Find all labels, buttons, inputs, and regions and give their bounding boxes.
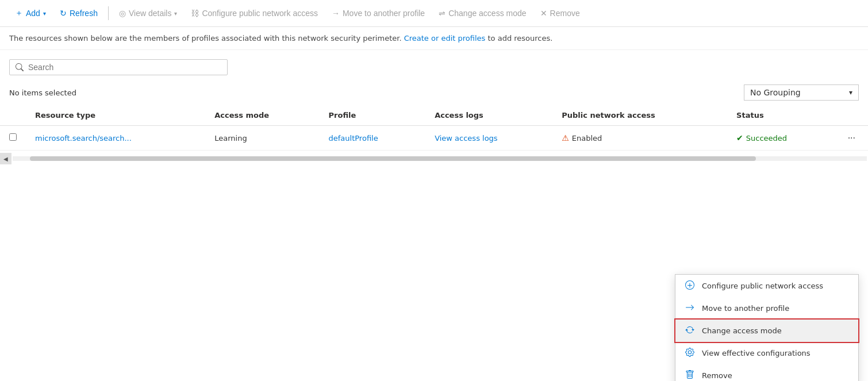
resources-table: Resource type Access mode Profile Access…	[0, 105, 868, 151]
no-items-text: No items selected	[9, 88, 76, 97]
table-container: Resource type Access mode Profile Access…	[0, 105, 868, 167]
row-profile: defaultProfile	[320, 126, 426, 151]
col-header-access-mode: Access mode	[205, 105, 319, 126]
remove-label: Remove	[550, 9, 580, 18]
configure-network-label: Configure public network access	[702, 282, 823, 290]
grouping-label: No Grouping	[750, 88, 801, 97]
search-section	[0, 50, 868, 80]
success-icon: ✔	[736, 133, 743, 143]
change-mode-label: Change access mode	[448, 9, 526, 18]
row-checkbox[interactable]	[9, 133, 17, 141]
col-header-access-logs: Access logs	[425, 105, 552, 126]
add-button[interactable]: ＋ Add ▾	[9, 5, 52, 22]
context-menu-item-configure[interactable]: Configure public network access	[675, 275, 858, 297]
change-mode-icon: ⇌	[439, 9, 445, 18]
move-label: Move to another profile	[343, 9, 425, 18]
info-text: The resources shown below are the member…	[9, 34, 402, 43]
col-header-profile: Profile	[320, 105, 426, 126]
add-label: Add	[26, 9, 40, 18]
scroll-track[interactable]	[13, 156, 867, 161]
context-menu-item-move[interactable]: Move to another profile	[675, 297, 858, 320]
refresh-label: Refresh	[70, 9, 98, 18]
row-checkbox-cell[interactable]	[0, 126, 26, 151]
context-menu: Configure public network access Move to …	[675, 274, 859, 381]
col-header-public-network-access: Public network access	[552, 105, 727, 126]
table-header-row: Resource type Access mode Profile Access…	[0, 105, 868, 126]
toolbar-divider-1	[108, 6, 109, 20]
configure-icon: ⛓	[191, 9, 199, 18]
change-access-label: Change access mode	[702, 326, 782, 335]
change-access-icon	[685, 325, 695, 336]
add-icon: ＋	[15, 8, 23, 18]
row-resource-type: microsoft.search/search...	[26, 126, 205, 151]
scroll-left-button[interactable]: ◀	[0, 153, 11, 164]
succeeded-text: Succeeded	[746, 134, 787, 143]
view-details-label: View details	[129, 9, 171, 18]
trash-icon	[685, 370, 695, 381]
info-text-after: to add resources.	[488, 34, 553, 43]
more-actions-button[interactable]: ···	[844, 132, 859, 144]
view-details-icon: ◎	[119, 9, 126, 18]
remove-icon: ✕	[540, 9, 547, 18]
search-input[interactable]	[28, 63, 221, 72]
row-more-cell: ···	[835, 126, 868, 151]
search-icon	[16, 63, 24, 71]
refresh-icon: ↻	[60, 9, 67, 18]
main-content: No items selected No Grouping ▾ Resource…	[0, 50, 868, 167]
view-effective-icon	[685, 348, 695, 359]
table-row: microsoft.search/search... Learning defa…	[0, 126, 868, 151]
configure-network-icon	[685, 280, 695, 291]
create-edit-profiles-link[interactable]: Create or edit profiles	[404, 34, 486, 43]
row-access-mode: Learning	[205, 126, 319, 151]
col-header-resource-type: Resource type	[26, 105, 205, 126]
warning-icon: ⚠	[562, 133, 569, 143]
col-header-actions	[835, 105, 868, 126]
add-chevron-icon: ▾	[43, 10, 46, 17]
col-header-status: Status	[727, 105, 835, 126]
profile-link[interactable]: defaultProfile	[329, 134, 378, 143]
configure-button[interactable]: ⛓ Configure public network access	[185, 5, 324, 21]
remove-button[interactable]: ✕ Remove	[535, 5, 586, 21]
resource-type-link[interactable]: microsoft.search/search...	[35, 134, 132, 143]
row-public-network-access: ⚠ Enabled	[552, 126, 727, 151]
context-menu-item-remove[interactable]: Remove	[675, 364, 858, 381]
row-status: ✔ Succeeded	[727, 126, 835, 151]
move-button[interactable]: → Move to another profile	[326, 5, 431, 21]
status-value: ✔ Succeeded	[736, 133, 826, 143]
status-bar: No items selected No Grouping ▾	[0, 80, 868, 105]
view-details-button[interactable]: ◎ View details ▾	[113, 5, 183, 21]
grouping-chevron-icon: ▾	[849, 88, 852, 97]
view-effective-label: View effective configurations	[702, 349, 811, 357]
public-network-access-value: ⚠ Enabled	[562, 133, 718, 143]
view-details-chevron-icon: ▾	[174, 10, 177, 17]
configure-label: Configure public network access	[202, 9, 318, 18]
scroll-thumb[interactable]	[30, 156, 756, 161]
context-menu-item-change-access[interactable]: Change access mode	[674, 318, 859, 343]
move-icon: →	[332, 9, 340, 18]
toolbar: ＋ Add ▾ ↻ Refresh ◎ View details ▾ ⛓ Con…	[0, 0, 868, 27]
move-profile-icon	[685, 303, 695, 314]
col-header-checkbox	[0, 105, 26, 126]
horizontal-scrollbar[interactable]: ◀	[0, 151, 868, 167]
info-bar: The resources shown below are the member…	[0, 27, 868, 50]
remove-label: Remove	[702, 371, 732, 380]
grouping-dropdown[interactable]: No Grouping ▾	[744, 84, 859, 101]
enabled-text: Enabled	[572, 134, 602, 143]
search-box[interactable]	[9, 59, 228, 75]
refresh-button[interactable]: ↻ Refresh	[54, 5, 103, 21]
move-profile-label: Move to another profile	[702, 304, 789, 313]
context-menu-item-view-effective[interactable]: View effective configurations	[675, 342, 858, 364]
change-mode-button[interactable]: ⇌ Change access mode	[433, 5, 532, 21]
view-access-logs-link[interactable]: View access logs	[435, 134, 498, 143]
row-access-logs: View access logs	[425, 126, 552, 151]
